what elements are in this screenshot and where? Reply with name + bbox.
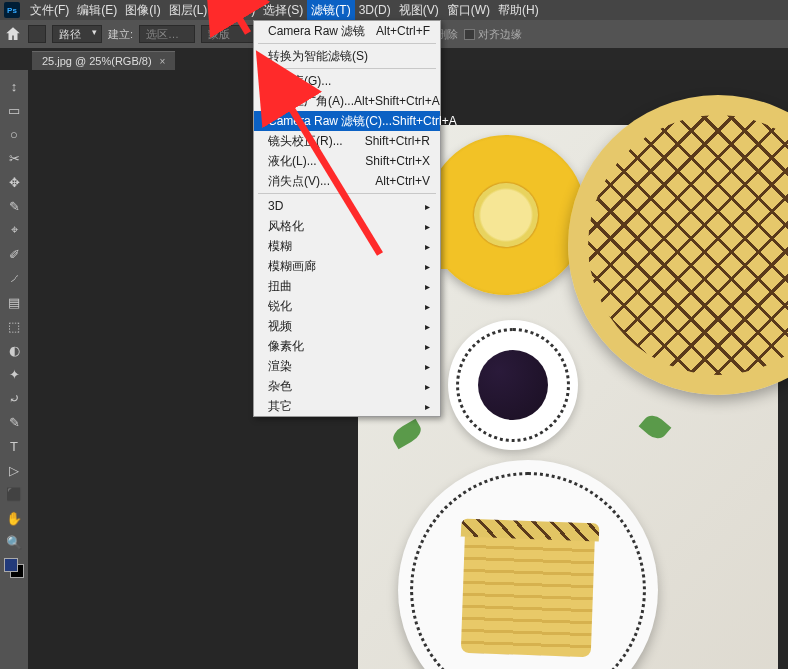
menu-select[interactable]: 选择(S) bbox=[259, 0, 307, 21]
menu-item-label: 模糊 bbox=[268, 238, 292, 255]
menu-item-label: 视频 bbox=[268, 318, 292, 335]
menu-item[interactable]: 镜头校正(R)...Shift+Ctrl+R bbox=[254, 131, 440, 151]
menu-item[interactable]: 消失点(V)...Alt+Ctrl+V bbox=[254, 171, 440, 191]
menu-separator bbox=[258, 68, 436, 69]
menu-item[interactable]: 滤镜库(G)... bbox=[254, 71, 440, 91]
menu-file[interactable]: 文件(F) bbox=[26, 0, 73, 21]
menu-item-label: 转换为智能滤镜(S) bbox=[268, 48, 368, 65]
menu-item-label: 锐化 bbox=[268, 298, 292, 315]
tool-3[interactable]: ✂ bbox=[3, 147, 25, 169]
menu-item-shortcut: Shift+Ctrl+R bbox=[365, 134, 430, 148]
color-swatch[interactable] bbox=[4, 558, 24, 578]
menu-item[interactable]: 其它 bbox=[254, 396, 440, 416]
menu-window[interactable]: 窗口(W) bbox=[443, 0, 494, 21]
menu-item[interactable]: 转换为智能滤镜(S) bbox=[254, 46, 440, 66]
tool-7[interactable]: ✐ bbox=[3, 243, 25, 265]
menu-item-shortcut: Alt+Ctrl+V bbox=[375, 174, 430, 188]
menu-item-label: Camera Raw 滤镜(C)... bbox=[268, 113, 392, 130]
tool-6[interactable]: ⌖ bbox=[3, 219, 25, 241]
menu-item-label: 杂色 bbox=[268, 378, 292, 395]
menu-filter[interactable]: 滤镜(T) bbox=[307, 0, 354, 21]
tool-0[interactable]: ↕ bbox=[3, 75, 25, 97]
menu-item-shortcut: Shift+Ctrl+X bbox=[365, 154, 430, 168]
align-edges-label: 对齐边缘 bbox=[478, 27, 522, 42]
menu-item[interactable]: 锐化 bbox=[254, 296, 440, 316]
menu-3d[interactable]: 3D(D) bbox=[355, 1, 395, 19]
build-selection-button[interactable]: 选区… bbox=[139, 25, 195, 43]
tool-1[interactable]: ▭ bbox=[3, 99, 25, 121]
menu-item-label: 模糊画廊 bbox=[268, 258, 316, 275]
menu-item[interactable]: 模糊 bbox=[254, 236, 440, 256]
filter-menu-dropdown: Camera Raw 滤镜Alt+Ctrl+F转换为智能滤镜(S)滤镜库(G).… bbox=[253, 20, 441, 417]
menu-item[interactable]: 渲染 bbox=[254, 356, 440, 376]
tool-16[interactable]: ▷ bbox=[3, 459, 25, 481]
home-icon[interactable] bbox=[4, 25, 22, 43]
menu-item[interactable]: 视频 bbox=[254, 316, 440, 336]
menu-separator bbox=[258, 193, 436, 194]
menu-item[interactable]: Camera Raw 滤镜Alt+Ctrl+F bbox=[254, 21, 440, 41]
toolbox: ↕▭○✂✥✎⌖✐⟋▤⬚◐✦⤾✎T▷⬛✋🔍 bbox=[0, 70, 28, 669]
menu-help[interactable]: 帮助(H) bbox=[494, 0, 543, 21]
menu-type[interactable]: 文字(Y) bbox=[211, 0, 259, 21]
menu-item-label: 渲染 bbox=[268, 358, 292, 375]
app-logo-icon: Ps bbox=[4, 2, 20, 18]
menu-view[interactable]: 视图(V) bbox=[395, 0, 443, 21]
menu-item[interactable]: 风格化 bbox=[254, 216, 440, 236]
build-label: 建立: bbox=[108, 27, 133, 42]
menu-item-label: 像素化 bbox=[268, 338, 304, 355]
align-edges-checkbox[interactable]: 对齐边缘 bbox=[464, 27, 522, 42]
tool-12[interactable]: ✦ bbox=[3, 363, 25, 385]
menu-edit[interactable]: 编辑(E) bbox=[73, 0, 121, 21]
menu-item-label: 滤镜库(G)... bbox=[268, 73, 331, 90]
menu-item[interactable]: 扭曲 bbox=[254, 276, 440, 296]
menu-item-label: 其它 bbox=[268, 398, 292, 415]
menu-item-shortcut: Shift+Ctrl+A bbox=[392, 114, 457, 128]
tool-8[interactable]: ⟋ bbox=[3, 267, 25, 289]
close-icon[interactable]: × bbox=[160, 56, 166, 67]
menu-item[interactable]: 液化(L)...Shift+Ctrl+X bbox=[254, 151, 440, 171]
photo-leaf bbox=[390, 419, 425, 450]
menu-item-label: 镜头校正(R)... bbox=[268, 133, 343, 150]
tool-11[interactable]: ◐ bbox=[3, 339, 25, 361]
menu-item[interactable]: 杂色 bbox=[254, 376, 440, 396]
tool-19[interactable]: 🔍 bbox=[3, 531, 25, 553]
menu-item-label: 自适应广角(A)... bbox=[268, 93, 354, 110]
menu-separator bbox=[258, 43, 436, 44]
menubar: Ps 文件(F) 编辑(E) 图像(I) 图层(L) 文字(Y) 选择(S) 滤… bbox=[0, 0, 788, 20]
menu-item[interactable]: 自适应广角(A)...Alt+Shift+Ctrl+A bbox=[254, 91, 440, 111]
photo-cake bbox=[568, 95, 788, 395]
document-tab-label: 25.jpg @ 25%(RGB/8) bbox=[42, 55, 152, 67]
tool-15[interactable]: T bbox=[3, 435, 25, 457]
menu-item[interactable]: 模糊画廊 bbox=[254, 256, 440, 276]
menu-item[interactable]: 像素化 bbox=[254, 336, 440, 356]
document-tab[interactable]: 25.jpg @ 25%(RGB/8) × bbox=[32, 51, 175, 70]
menu-image[interactable]: 图像(I) bbox=[121, 0, 164, 21]
menu-item-label: Camera Raw 滤镜 bbox=[268, 23, 365, 40]
menu-item[interactable]: 3D bbox=[254, 196, 440, 216]
photo-leaf bbox=[639, 411, 672, 443]
photo-slice-plate bbox=[398, 460, 658, 669]
photo-berries-plate bbox=[448, 320, 578, 450]
menu-layer[interactable]: 图层(L) bbox=[165, 0, 212, 21]
menu-item-shortcut: Alt+Ctrl+F bbox=[376, 24, 430, 38]
build-mask-button[interactable]: 蒙版 bbox=[201, 25, 257, 43]
tool-18[interactable]: ✋ bbox=[3, 507, 25, 529]
menu-item-shortcut: Alt+Shift+Ctrl+A bbox=[354, 94, 440, 108]
tool-13[interactable]: ⤾ bbox=[3, 387, 25, 409]
menu-item-label: 液化(L)... bbox=[268, 153, 317, 170]
tool-17[interactable]: ⬛ bbox=[3, 483, 25, 505]
tool-icon[interactable] bbox=[28, 25, 46, 43]
menu-item-label: 3D bbox=[268, 199, 283, 213]
tool-5[interactable]: ✎ bbox=[3, 195, 25, 217]
photo-teacup bbox=[426, 135, 586, 295]
menu-item-label: 消失点(V)... bbox=[268, 173, 330, 190]
menu-item[interactable]: Camera Raw 滤镜(C)...Shift+Ctrl+A bbox=[254, 111, 440, 131]
tool-10[interactable]: ⬚ bbox=[3, 315, 25, 337]
tool-mode-select[interactable]: 路径 bbox=[52, 25, 102, 43]
menu-item-label: 扭曲 bbox=[268, 278, 292, 295]
menu-item-label: 风格化 bbox=[268, 218, 304, 235]
tool-2[interactable]: ○ bbox=[3, 123, 25, 145]
tool-4[interactable]: ✥ bbox=[3, 171, 25, 193]
tool-9[interactable]: ▤ bbox=[3, 291, 25, 313]
tool-14[interactable]: ✎ bbox=[3, 411, 25, 433]
